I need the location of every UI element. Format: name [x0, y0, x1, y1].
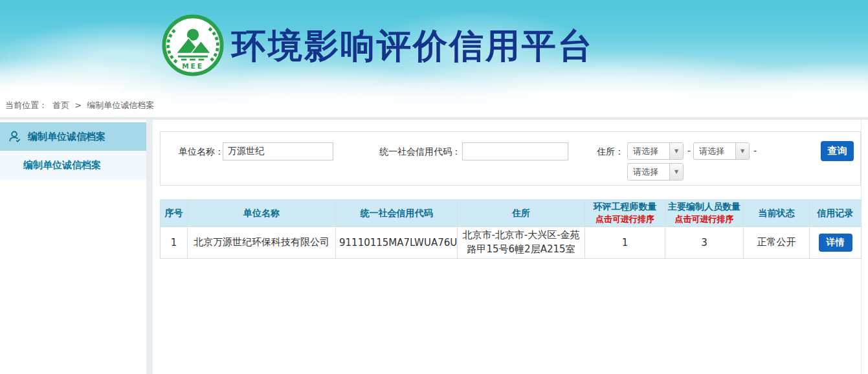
- col-header-status: 当前状态: [744, 200, 810, 227]
- breadcrumb-prefix: 当前位置：: [5, 100, 47, 110]
- select-separator: -: [687, 142, 691, 160]
- company-name-input[interactable]: [223, 142, 333, 160]
- province-select-value: 请选择: [628, 143, 669, 159]
- col-header-engineer-count-sortable[interactable]: 环评工程师数量 点击可进行排序: [585, 200, 665, 227]
- main-content: 单位名称： 统一社会信用代码： 住所： 请选择 ▼ - 请选择 ▼ - 请选择 …: [153, 120, 862, 374]
- logo-mee-text: MEE: [182, 62, 204, 70]
- detail-button[interactable]: 详情: [819, 234, 852, 252]
- chevron-down-icon: ▼: [669, 143, 683, 159]
- sidebar-gutter: [146, 120, 153, 374]
- breadcrumb-separator: >: [74, 100, 82, 110]
- chevron-down-icon: ▼: [735, 143, 749, 159]
- col-header-staff-count-label: 主要编制人员数量: [668, 201, 740, 212]
- select-separator: -: [753, 142, 757, 160]
- staff-count-link[interactable]: 3: [665, 227, 744, 259]
- col-header-credit-record: 信用记录: [810, 200, 862, 227]
- province-select[interactable]: 请选择 ▼: [627, 142, 684, 160]
- breadcrumb-current: 编制单位诚信档案: [87, 100, 154, 110]
- district-select-value: 请选择: [628, 164, 669, 180]
- sidebar: 编制单位诚信档案 编制单位诚信档案: [0, 120, 146, 374]
- chevron-down-icon: ▼: [669, 164, 683, 180]
- credit-code-input[interactable]: [462, 142, 568, 160]
- col-header-index: 序号: [161, 200, 188, 227]
- company-name-link[interactable]: 北京万源世纪环保科技有限公司: [188, 227, 336, 259]
- sort-hint-text: 点击可进行排序: [586, 214, 663, 225]
- breadcrumb: 当前位置： 首页 > 编制单位诚信档案: [0, 94, 868, 117]
- page: MEE 环境影响评价信用平台 当前位置： 首页 > 编制单位诚信档案 编制单位诚…: [0, 0, 868, 374]
- city-select-value: 请选择: [694, 143, 735, 159]
- sidebar-subitem-credit-archive[interactable]: 编制单位诚信档案: [0, 151, 146, 179]
- mee-logo-icon: MEE: [162, 14, 224, 76]
- company-name-label: 单位名称：: [173, 142, 224, 160]
- engineer-count-link[interactable]: 1: [585, 227, 665, 259]
- sidebar-item-credit-archive[interactable]: 编制单位诚信档案: [0, 122, 146, 151]
- sidebar-item-label: 编制单位诚信档案: [28, 131, 106, 143]
- cell-credit-record: 详情: [810, 227, 862, 259]
- col-header-code: 统一社会信用代码: [336, 200, 458, 227]
- results-table: 序号 单位名称 统一社会信用代码 住所 环评工程师数量 点击可进行排序 主要编制…: [160, 199, 862, 259]
- col-header-address: 住所: [458, 200, 585, 227]
- cell-index: 1: [161, 227, 188, 259]
- user-check-icon: [8, 129, 22, 144]
- address-label: 住所：: [589, 142, 624, 160]
- col-header-engineer-count-label: 环评工程师数量: [594, 201, 657, 212]
- breadcrumb-home-link[interactable]: 首页: [52, 100, 69, 110]
- page-title: 环境影响评价信用平台: [232, 23, 594, 69]
- cell-status: 正常公开: [744, 227, 810, 259]
- col-header-staff-count-sortable[interactable]: 主要编制人员数量 点击可进行排序: [665, 200, 744, 227]
- cell-address: 北京市-北京市-大兴区-金苑路甲15号6幢2层A215室: [458, 227, 585, 259]
- table-header-row: 序号 单位名称 统一社会信用代码 住所 环评工程师数量 点击可进行排序 主要编制…: [161, 200, 862, 227]
- credit-code-label: 统一社会信用代码：: [378, 142, 461, 160]
- table-row: 1 北京万源世纪环保科技有限公司 91110115MA7LWUA76U 北京市-…: [161, 227, 862, 259]
- city-select[interactable]: 请选择 ▼: [693, 142, 750, 160]
- cell-credit-code: 91110115MA7LWUA76U: [336, 227, 458, 259]
- sort-hint-text: 点击可进行排序: [667, 214, 742, 225]
- district-select[interactable]: 请选择 ▼: [627, 163, 684, 181]
- search-button[interactable]: 查询: [821, 141, 854, 161]
- col-header-company: 单位名称: [188, 200, 336, 227]
- search-panel: 单位名称： 统一社会信用代码： 住所： 请选择 ▼ - 请选择 ▼ - 请选择 …: [160, 131, 861, 186]
